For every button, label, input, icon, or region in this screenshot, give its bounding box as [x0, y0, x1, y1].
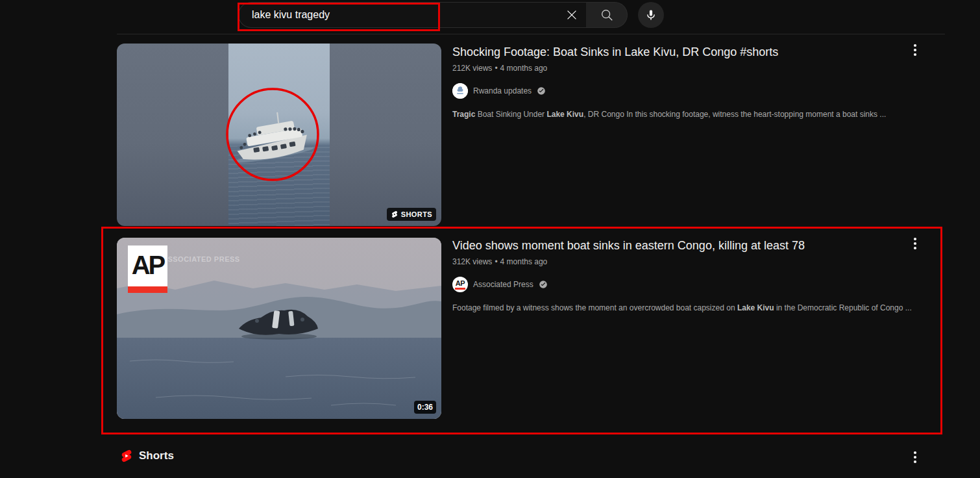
ap-avatar-red-bar	[455, 288, 465, 290]
voice-search-button[interactable]	[638, 2, 664, 28]
video-thumbnail-shorts[interactable]: SHORTS	[117, 44, 441, 226]
result-2-details: Video shows moment boat sinks in eastern…	[452, 238, 933, 314]
search-input[interactable]	[252, 9, 560, 21]
clear-x-icon	[565, 8, 579, 22]
shorts-badge-label: SHORTS	[401, 210, 432, 218]
channel-avatar[interactable]	[452, 83, 468, 99]
result-2-menu-button[interactable]	[907, 236, 923, 251]
video-meta: 212K views • 4 months ago	[452, 64, 933, 73]
result-1-menu-button[interactable]	[907, 42, 923, 58]
shorts-section-menu-button[interactable]	[907, 449, 923, 465]
shorts-badge: SHORTS	[387, 208, 436, 221]
channel-name: Rwanda updates	[473, 86, 532, 95]
video-title[interactable]: Video shows moment boat sinks in eastern…	[452, 238, 933, 253]
header-divider	[117, 34, 945, 34]
meta-separator: •	[495, 257, 497, 266]
channel-avatar[interactable]: AP	[452, 277, 468, 292]
rwanda-updates-avatar-art	[452, 83, 468, 99]
ap-logo: AP	[128, 245, 167, 293]
clear-search-button[interactable]	[560, 3, 583, 27]
result-1-details: Shocking Footage: Boat Sinks in Lake Kiv…	[452, 44, 933, 120]
ap-logo-text: AP	[128, 245, 167, 286]
shorts-section-header: Shorts	[119, 449, 174, 463]
magnifier-icon	[600, 8, 614, 22]
verified-badge-icon	[539, 280, 548, 289]
video-thumbnail-ap[interactable]: ASSOCIATED PRESS AP 0:36	[117, 238, 441, 419]
sinking-boat-illustration	[117, 44, 441, 226]
ap-watermark-text: ASSOCIATED PRESS	[162, 255, 240, 263]
search-bar	[238, 2, 664, 28]
duration-badge: 0:36	[414, 401, 436, 414]
video-meta: 312K views • 4 months ago	[452, 257, 933, 266]
channel-name: Associated Press	[473, 280, 533, 289]
video-description: Tragic Boat Sinking Under Lake Kivu, DR …	[452, 108, 933, 120]
video-title[interactable]: Shocking Footage: Boat Sinks in Lake Kiv…	[452, 44, 933, 60]
upload-age: 4 months ago	[500, 64, 548, 73]
ap-avatar-text: AP	[452, 279, 468, 287]
channel-row[interactable]: Rwanda updates	[452, 83, 546, 99]
video-description: Footage filmed by a witness shows the mo…	[452, 302, 933, 314]
verified-badge-icon	[537, 86, 546, 95]
shorts-badge-icon	[391, 210, 398, 218]
shorts-section-title: Shorts	[139, 449, 174, 462]
view-count: 212K views	[452, 64, 492, 73]
search-input-container	[238, 2, 586, 28]
shorts-logo-icon	[119, 449, 134, 463]
meta-separator: •	[495, 64, 497, 73]
ap-logo-red-bar	[128, 286, 167, 293]
search-button[interactable]	[586, 2, 628, 28]
upload-age: 4 months ago	[500, 257, 548, 266]
microphone-icon	[644, 8, 657, 21]
channel-row[interactable]: AP Associated Press	[452, 277, 548, 292]
view-count: 312K views	[452, 257, 492, 266]
